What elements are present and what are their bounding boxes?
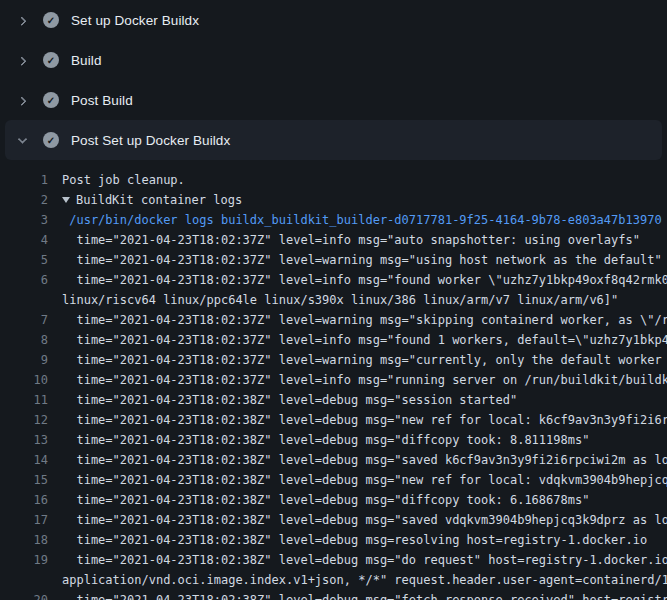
line-number-link[interactable]: 12 bbox=[0, 410, 48, 430]
line-number-link[interactable]: 20 bbox=[0, 590, 48, 600]
line-number-link[interactable] bbox=[0, 570, 48, 590]
line-text: time="2021-04-23T18:02:37Z" level=info m… bbox=[62, 270, 667, 290]
log-line[interactable]: 10 time="2021-04-23T18:02:37Z" level=inf… bbox=[0, 370, 667, 390]
line-number-link[interactable]: 17 bbox=[0, 510, 48, 530]
line-number-link[interactable]: 13 bbox=[0, 430, 48, 450]
log-line[interactable]: 12 time="2021-04-23T18:02:38Z" level=deb… bbox=[0, 410, 667, 430]
line-number-link[interactable]: 4 bbox=[0, 230, 48, 250]
line-number-link[interactable]: 15 bbox=[0, 470, 48, 490]
log-line[interactable]: application/vnd.oci.image.index.v1+json,… bbox=[0, 570, 667, 590]
log-line[interactable]: 11 time="2021-04-23T18:02:38Z" level=deb… bbox=[0, 390, 667, 410]
step-label: Set up Docker Buildx bbox=[71, 13, 199, 28]
line-text: time="2021-04-23T18:02:38Z" level=debug … bbox=[62, 410, 667, 430]
line-text: time="2021-04-23T18:02:37Z" level=warnin… bbox=[62, 250, 662, 270]
group-caret-icon[interactable] bbox=[62, 197, 70, 203]
line-text: time="2021-04-23T18:02:37Z" level=warnin… bbox=[62, 350, 667, 370]
line-number-link[interactable]: 18 bbox=[0, 530, 48, 550]
step-label: Post Set up Docker Buildx bbox=[71, 133, 230, 148]
chevron-right-icon[interactable] bbox=[14, 52, 30, 68]
chevron-down-icon[interactable] bbox=[14, 132, 30, 148]
line-text[interactable]: BuildKit container logs bbox=[76, 190, 242, 210]
line-number-link[interactable]: 6 bbox=[0, 270, 48, 290]
log-line[interactable]: 14 time="2021-04-23T18:02:38Z" level=deb… bbox=[0, 450, 667, 470]
log-line[interactable]: 5 time="2021-04-23T18:02:37Z" level=warn… bbox=[0, 250, 667, 270]
line-number-link[interactable] bbox=[0, 290, 48, 310]
line-text: time="2021-04-23T18:02:38Z" level=debug … bbox=[62, 430, 589, 450]
line-number-link[interactable]: 7 bbox=[0, 310, 48, 330]
log-line[interactable]: 6 time="2021-04-23T18:02:37Z" level=info… bbox=[0, 270, 667, 290]
log-line[interactable]: 16 time="2021-04-23T18:02:38Z" level=deb… bbox=[0, 490, 667, 510]
step-header-build[interactable]: ✓ Build bbox=[0, 40, 667, 80]
step-label: Post Build bbox=[71, 93, 133, 108]
line-text: time="2021-04-23T18:02:38Z" level=debug … bbox=[62, 490, 589, 510]
success-check-icon: ✓ bbox=[43, 52, 59, 68]
log-line[interactable]: 19 time="2021-04-23T18:02:38Z" level=deb… bbox=[0, 550, 667, 570]
step-header-setup-docker-buildx[interactable]: ✓ Set up Docker Buildx bbox=[0, 0, 667, 40]
log-line[interactable]: 3 /usr/bin/docker logs buildx_buildkit_b… bbox=[0, 210, 667, 230]
line-text: time="2021-04-23T18:02:37Z" level=warnin… bbox=[62, 310, 667, 330]
log-line[interactable]: 15 time="2021-04-23T18:02:38Z" level=deb… bbox=[0, 470, 667, 490]
log-line[interactable]: 7 time="2021-04-23T18:02:37Z" level=warn… bbox=[0, 310, 667, 330]
log-lines: 1 Post job cleanup. 2 BuildKit container… bbox=[0, 170, 667, 600]
chevron-right-icon[interactable] bbox=[14, 92, 30, 108]
line-text: time="2021-04-23T18:02:38Z" level=debug … bbox=[62, 470, 667, 490]
line-text: time="2021-04-23T18:02:38Z" level=debug … bbox=[62, 450, 667, 470]
line-text: time="2021-04-23T18:02:37Z" level=info m… bbox=[62, 330, 667, 350]
log-line[interactable]: linux/riscv64 linux/ppc64le linux/s390x … bbox=[0, 290, 667, 310]
line-number-link[interactable]: 3 bbox=[0, 210, 48, 230]
line-text: Post job cleanup. bbox=[62, 170, 185, 190]
line-number-link[interactable]: 10 bbox=[0, 370, 48, 390]
line-text: time="2021-04-23T18:02:38Z" level=debug … bbox=[62, 510, 667, 530]
success-check-icon: ✓ bbox=[43, 132, 59, 148]
line-text: time="2021-04-23T18:02:38Z" level=debug … bbox=[62, 550, 667, 570]
log-line[interactable]: 8 time="2021-04-23T18:02:37Z" level=info… bbox=[0, 330, 667, 350]
log-line[interactable]: 2 BuildKit container logs bbox=[0, 190, 667, 210]
line-text: time="2021-04-23T18:02:38Z" level=debug … bbox=[62, 390, 517, 410]
log-line[interactable]: 20 time="2021-04-23T18:02:38Z" level=deb… bbox=[0, 590, 667, 600]
log-line[interactable]: 4 time="2021-04-23T18:02:37Z" level=info… bbox=[0, 230, 667, 250]
log-line[interactable]: 18 time="2021-04-23T18:02:38Z" level=deb… bbox=[0, 530, 667, 550]
line-number-link[interactable]: 2 bbox=[0, 190, 48, 210]
step-header-post-build[interactable]: ✓ Post Build bbox=[0, 80, 667, 120]
line-number-link[interactable]: 1 bbox=[0, 170, 48, 190]
step-header-post-setup-docker-buildx[interactable]: ✓ Post Set up Docker Buildx bbox=[5, 120, 662, 160]
line-text: time="2021-04-23T18:02:37Z" level=info m… bbox=[62, 230, 640, 250]
line-number-link[interactable]: 19 bbox=[0, 550, 48, 570]
log-line[interactable]: 17 time="2021-04-23T18:02:38Z" level=deb… bbox=[0, 510, 667, 530]
line-number-link[interactable]: 16 bbox=[0, 490, 48, 510]
line-number-link[interactable]: 14 bbox=[0, 450, 48, 470]
success-check-icon: ✓ bbox=[43, 92, 59, 108]
log-line[interactable]: 9 time="2021-04-23T18:02:37Z" level=warn… bbox=[0, 350, 667, 370]
steps-list: ✓ Set up Docker Buildx ✓ Build ✓ Post Bu… bbox=[0, 0, 667, 160]
line-text: time="2021-04-23T18:02:38Z" level=debug … bbox=[62, 590, 667, 600]
line-number-link[interactable]: 9 bbox=[0, 350, 48, 370]
line-number-link[interactable]: 5 bbox=[0, 250, 48, 270]
chevron-right-icon[interactable] bbox=[14, 12, 30, 28]
line-text: linux/riscv64 linux/ppc64le linux/s390x … bbox=[62, 290, 618, 310]
line-text: time="2021-04-23T18:02:37Z" level=info m… bbox=[62, 370, 667, 390]
line-text: application/vnd.oci.image.index.v1+json,… bbox=[62, 570, 667, 590]
log-line[interactable]: 13 time="2021-04-23T18:02:38Z" level=deb… bbox=[0, 430, 667, 450]
log-line[interactable]: 1 Post job cleanup. bbox=[0, 170, 667, 190]
line-number-link[interactable]: 8 bbox=[0, 330, 48, 350]
line-text: time="2021-04-23T18:02:38Z" level=debug … bbox=[62, 530, 647, 550]
step-label: Build bbox=[71, 53, 102, 68]
success-check-icon: ✓ bbox=[43, 12, 59, 28]
line-number-link[interactable]: 11 bbox=[0, 390, 48, 410]
line-text: /usr/bin/docker logs buildx_buildkit_bui… bbox=[62, 210, 662, 230]
log-container: 1 Post job cleanup. 2 BuildKit container… bbox=[0, 160, 667, 600]
